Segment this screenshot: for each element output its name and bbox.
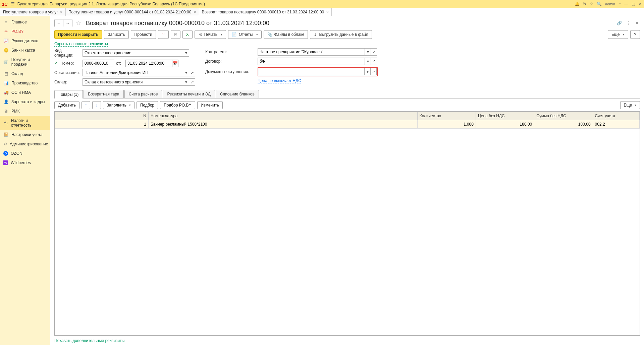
sidebar-item-sales[interactable]: 🛒Покупки и продажи xyxy=(0,55,50,69)
close-app-icon[interactable]: ✕ xyxy=(639,2,642,6)
tab-blanks[interactable]: Списание бланков xyxy=(216,90,259,98)
calendar-icon[interactable]: 📅 xyxy=(172,60,178,67)
cell-account[interactable]: 002.2 xyxy=(593,120,639,129)
print-button[interactable]: 🖨Печать xyxy=(195,30,226,39)
dropdown-icon[interactable]: ▾ xyxy=(365,68,371,75)
close-form-icon[interactable]: ✕ xyxy=(634,19,640,27)
open-ref-icon[interactable]: ↗ xyxy=(371,68,377,75)
open-ref-icon[interactable]: ↗ xyxy=(371,58,377,65)
col-sum[interactable]: Сумма без НДС xyxy=(534,112,593,120)
date-field[interactable] xyxy=(125,60,172,67)
debit-credit-button[interactable]: ᴬᵀ xyxy=(158,30,169,39)
tab-print-ed[interactable]: Реквизиты печати и ЭД xyxy=(163,90,215,98)
tab-goods[interactable]: Товары (1) xyxy=(54,90,83,98)
open-ref-icon[interactable]: ↗ xyxy=(371,48,377,56)
sidebar-item-hr[interactable]: 👤Зарплата и кадры xyxy=(0,97,50,107)
search-icon[interactable]: 🔍 xyxy=(597,2,602,6)
excel-button[interactable]: X xyxy=(182,30,193,39)
sidebar-item-assets[interactable]: 🚚ОС и НМА xyxy=(0,88,50,97)
col-nomenclature[interactable]: Номенклатура xyxy=(148,112,417,120)
help-button[interactable]: ? xyxy=(630,30,640,39)
minimize-icon[interactable]: — xyxy=(624,2,628,6)
sidebar-item-main[interactable]: ≡Главное xyxy=(0,17,50,27)
tab-return-doc[interactable]: Возврат товаров поставщику 0000-000010 о… xyxy=(199,8,332,16)
sidebar-item-wildberries[interactable]: WWildberries xyxy=(0,158,50,167)
export-file-button[interactable]: ⤓Выгрузить данные в файл xyxy=(310,30,372,39)
cell-sum[interactable]: 180,00 xyxy=(534,120,593,129)
number-field[interactable] xyxy=(83,60,114,67)
dropdown-icon[interactable]: ▾ xyxy=(365,48,371,56)
sidebar-item-settings[interactable]: 📔Настройки учета xyxy=(0,130,50,139)
close-icon[interactable]: × xyxy=(193,9,196,15)
cell-n[interactable]: 1 xyxy=(55,120,149,129)
cloud-files-button[interactable]: 📎Файлы в облаке xyxy=(264,30,308,39)
show-additional-link[interactable]: Показать дополнительные реквизиты xyxy=(54,338,124,343)
favorite-star-icon[interactable]: ☆ xyxy=(74,18,83,28)
post-button[interactable]: Провести xyxy=(131,30,156,39)
hide-main-requisites-link[interactable]: Скрыть основные реквизиты xyxy=(54,42,108,47)
save-button[interactable]: Записать xyxy=(104,30,128,39)
link-icon[interactable]: 🔗 xyxy=(615,19,623,27)
open-ref-icon[interactable]: ↗ xyxy=(189,78,195,86)
contract-field[interactable] xyxy=(258,58,365,65)
vat-mode-link[interactable]: Цена не включает НДС xyxy=(258,78,301,83)
dropdown-icon[interactable]: ▾ xyxy=(183,69,189,76)
add-row-button[interactable]: Добавить xyxy=(54,101,79,109)
close-icon[interactable]: × xyxy=(326,9,329,15)
op-type-field[interactable] xyxy=(83,49,183,57)
sidebar-item-pos[interactable]: 🖥РМК xyxy=(0,107,50,116)
boxes-icon: ▤ xyxy=(3,71,9,76)
form-fields: Вид операции: ▾ ✔ Номер: от: 📅 xyxy=(54,48,640,86)
sidebar-item-taxes[interactable]: АτНалоги и отчетность xyxy=(0,116,50,130)
col-account[interactable]: Счет учета xyxy=(593,112,639,120)
col-qty[interactable]: Количество xyxy=(417,112,476,120)
pick-poby-button[interactable]: Подбор PO.BY xyxy=(160,101,195,109)
reports-button[interactable]: 📄Отчеты xyxy=(228,30,261,39)
user-label[interactable]: admin xyxy=(605,2,615,6)
dropdown-icon[interactable]: ▾ xyxy=(183,49,189,57)
tab-receipt-doc[interactable]: Поступление товаров и услуг 0000-000144 … xyxy=(65,8,199,16)
sidebar-item-poby[interactable]: ✳PO.BY xyxy=(0,27,50,36)
cell-qty[interactable]: 1,000 xyxy=(417,120,476,129)
move-up-button[interactable]: ↑ xyxy=(82,101,90,109)
settings-icon[interactable]: ≡ xyxy=(619,2,621,6)
more-menu-icon[interactable]: ⋮ xyxy=(625,19,632,27)
col-n[interactable]: N xyxy=(55,112,149,120)
table-row[interactable]: 1 Баннер рекламный 1500*2100 1,000 180,0… xyxy=(55,120,640,129)
partner-field[interactable] xyxy=(258,48,365,56)
move-down-button[interactable]: ↓ xyxy=(92,101,101,109)
dropdown-icon[interactable]: ▾ xyxy=(365,58,371,65)
sidebar-item-production[interactable]: 📊Производство xyxy=(0,78,50,88)
open-ref-icon[interactable]: ↗ xyxy=(189,69,195,76)
sidebar-item-warehouse[interactable]: ▤Склад xyxy=(0,69,50,78)
bell-icon[interactable]: 🔔 xyxy=(575,2,580,6)
col-price[interactable]: Цена без НДС xyxy=(476,112,534,120)
dropdown-icon[interactable]: ▾ xyxy=(183,78,189,86)
forward-button[interactable]: → xyxy=(63,19,72,27)
cell-nomenclature[interactable]: Баннер рекламный 1500*2100 xyxy=(148,120,417,129)
table-more-button[interactable]: Еще xyxy=(620,101,640,109)
tab-accounts[interactable]: Счета расчетов xyxy=(124,90,162,98)
more-actions-button[interactable]: Еще xyxy=(608,30,628,39)
main-menu-icon[interactable]: ☰ xyxy=(11,2,15,6)
create-based-button[interactable]: ⎘ xyxy=(171,30,180,39)
pick-button[interactable]: Подбор xyxy=(137,101,158,109)
maximize-icon[interactable]: ▢ xyxy=(632,2,635,6)
sidebar-item-admin[interactable]: ⚙Администрирование xyxy=(0,139,50,149)
sidebar-item-manager[interactable]: 📈Руководителю xyxy=(0,36,50,46)
back-button[interactable]: ← xyxy=(55,19,63,27)
org-field[interactable] xyxy=(83,69,183,76)
warehouse-field[interactable] xyxy=(83,78,183,86)
tab-returnable[interactable]: Возвратная тара xyxy=(84,90,124,98)
receipt-doc-field[interactable] xyxy=(259,68,365,75)
history-icon[interactable]: ↻ xyxy=(583,2,586,6)
cell-price[interactable]: 180,00 xyxy=(476,120,534,129)
fill-button[interactable]: Заполнить xyxy=(103,101,135,109)
sidebar-item-ozon[interactable]: OOZON xyxy=(0,149,50,158)
post-and-close-button[interactable]: Провести и закрыть xyxy=(54,30,102,39)
edit-row-button[interactable]: Изменить xyxy=(197,101,223,109)
sidebar-item-bank[interactable]: 🪙Банк и касса xyxy=(0,46,50,55)
star-icon[interactable]: ☆ xyxy=(590,2,593,6)
close-icon[interactable]: × xyxy=(60,9,63,15)
tab-receipt-list[interactable]: Поступление товаров и услуг × xyxy=(0,8,66,16)
